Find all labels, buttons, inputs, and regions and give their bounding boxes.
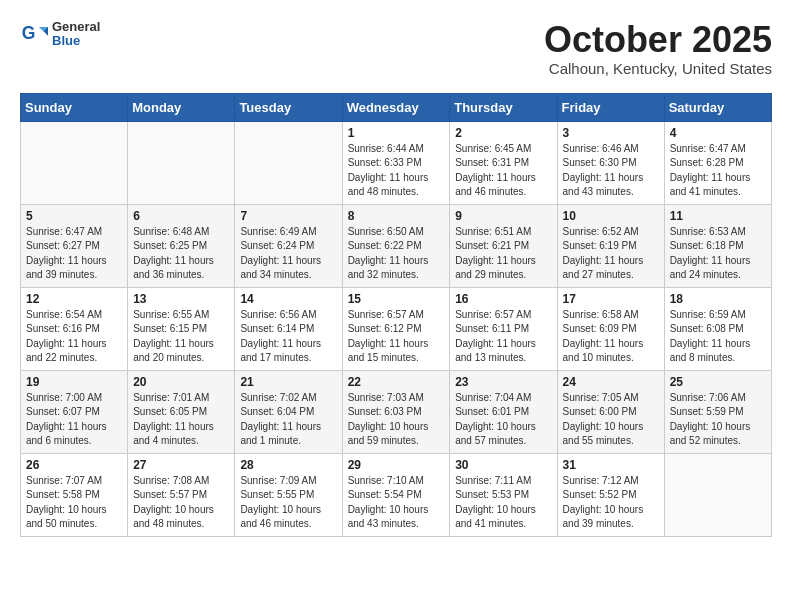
calendar-cell: 25Sunrise: 7:06 AM Sunset: 5:59 PM Dayli… [664,370,771,453]
logo-blue: Blue [52,34,100,48]
calendar-cell: 3Sunrise: 6:46 AM Sunset: 6:30 PM Daylig… [557,121,664,204]
day-info: Sunrise: 6:58 AM Sunset: 6:09 PM Dayligh… [563,308,659,366]
calendar-cell: 26Sunrise: 7:07 AM Sunset: 5:58 PM Dayli… [21,453,128,536]
day-info: Sunrise: 6:59 AM Sunset: 6:08 PM Dayligh… [670,308,766,366]
calendar-cell: 23Sunrise: 7:04 AM Sunset: 6:01 PM Dayli… [450,370,557,453]
calendar-cell: 24Sunrise: 7:05 AM Sunset: 6:00 PM Dayli… [557,370,664,453]
day-info: Sunrise: 6:56 AM Sunset: 6:14 PM Dayligh… [240,308,336,366]
calendar-cell: 6Sunrise: 6:48 AM Sunset: 6:25 PM Daylig… [128,204,235,287]
day-info: Sunrise: 6:44 AM Sunset: 6:33 PM Dayligh… [348,142,445,200]
day-number: 3 [563,126,659,140]
calendar-week-row: 5Sunrise: 6:47 AM Sunset: 6:27 PM Daylig… [21,204,772,287]
day-number: 9 [455,209,551,223]
day-number: 4 [670,126,766,140]
day-number: 20 [133,375,229,389]
day-info: Sunrise: 6:51 AM Sunset: 6:21 PM Dayligh… [455,225,551,283]
calendar-cell: 28Sunrise: 7:09 AM Sunset: 5:55 PM Dayli… [235,453,342,536]
day-number: 14 [240,292,336,306]
day-info: Sunrise: 6:55 AM Sunset: 6:15 PM Dayligh… [133,308,229,366]
day-number: 25 [670,375,766,389]
day-info: Sunrise: 7:03 AM Sunset: 6:03 PM Dayligh… [348,391,445,449]
calendar-cell [235,121,342,204]
day-number: 12 [26,292,122,306]
calendar-cell: 13Sunrise: 6:55 AM Sunset: 6:15 PM Dayli… [128,287,235,370]
day-number: 15 [348,292,445,306]
calendar-cell: 2Sunrise: 6:45 AM Sunset: 6:31 PM Daylig… [450,121,557,204]
day-number: 6 [133,209,229,223]
day-number: 16 [455,292,551,306]
day-number: 21 [240,375,336,389]
day-number: 17 [563,292,659,306]
month-title: October 2025 [544,20,772,60]
day-number: 22 [348,375,445,389]
day-info: Sunrise: 6:57 AM Sunset: 6:11 PM Dayligh… [455,308,551,366]
weekday-header-friday: Friday [557,93,664,121]
calendar-week-row: 26Sunrise: 7:07 AM Sunset: 5:58 PM Dayli… [21,453,772,536]
calendar-cell: 19Sunrise: 7:00 AM Sunset: 6:07 PM Dayli… [21,370,128,453]
calendar-week-row: 1Sunrise: 6:44 AM Sunset: 6:33 PM Daylig… [21,121,772,204]
day-info: Sunrise: 7:09 AM Sunset: 5:55 PM Dayligh… [240,474,336,532]
calendar-cell: 4Sunrise: 6:47 AM Sunset: 6:28 PM Daylig… [664,121,771,204]
logo: G General Blue [20,20,100,49]
calendar-cell: 20Sunrise: 7:01 AM Sunset: 6:05 PM Dayli… [128,370,235,453]
day-number: 26 [26,458,122,472]
weekday-header-wednesday: Wednesday [342,93,450,121]
day-info: Sunrise: 7:05 AM Sunset: 6:00 PM Dayligh… [563,391,659,449]
day-info: Sunrise: 7:06 AM Sunset: 5:59 PM Dayligh… [670,391,766,449]
day-info: Sunrise: 6:49 AM Sunset: 6:24 PM Dayligh… [240,225,336,283]
day-number: 8 [348,209,445,223]
calendar-cell: 14Sunrise: 6:56 AM Sunset: 6:14 PM Dayli… [235,287,342,370]
day-info: Sunrise: 6:45 AM Sunset: 6:31 PM Dayligh… [455,142,551,200]
day-info: Sunrise: 7:07 AM Sunset: 5:58 PM Dayligh… [26,474,122,532]
day-number: 11 [670,209,766,223]
weekday-header-row: SundayMondayTuesdayWednesdayThursdayFrid… [21,93,772,121]
weekday-header-sunday: Sunday [21,93,128,121]
calendar-cell: 15Sunrise: 6:57 AM Sunset: 6:12 PM Dayli… [342,287,450,370]
calendar-week-row: 12Sunrise: 6:54 AM Sunset: 6:16 PM Dayli… [21,287,772,370]
day-info: Sunrise: 7:08 AM Sunset: 5:57 PM Dayligh… [133,474,229,532]
calendar-cell: 9Sunrise: 6:51 AM Sunset: 6:21 PM Daylig… [450,204,557,287]
day-info: Sunrise: 6:46 AM Sunset: 6:30 PM Dayligh… [563,142,659,200]
day-number: 18 [670,292,766,306]
day-info: Sunrise: 7:04 AM Sunset: 6:01 PM Dayligh… [455,391,551,449]
day-number: 7 [240,209,336,223]
day-number: 29 [348,458,445,472]
calendar-cell: 21Sunrise: 7:02 AM Sunset: 6:04 PM Dayli… [235,370,342,453]
page-header: G General Blue October 2025 Calhoun, Ken… [20,20,772,77]
weekday-header-thursday: Thursday [450,93,557,121]
logo-icon: G [20,20,48,48]
day-number: 31 [563,458,659,472]
calendar-cell: 30Sunrise: 7:11 AM Sunset: 5:53 PM Dayli… [450,453,557,536]
calendar-cell: 5Sunrise: 6:47 AM Sunset: 6:27 PM Daylig… [21,204,128,287]
svg-text:G: G [22,24,36,44]
day-info: Sunrise: 6:57 AM Sunset: 6:12 PM Dayligh… [348,308,445,366]
calendar-cell: 27Sunrise: 7:08 AM Sunset: 5:57 PM Dayli… [128,453,235,536]
day-info: Sunrise: 7:00 AM Sunset: 6:07 PM Dayligh… [26,391,122,449]
day-info: Sunrise: 6:50 AM Sunset: 6:22 PM Dayligh… [348,225,445,283]
day-number: 24 [563,375,659,389]
calendar-week-row: 19Sunrise: 7:00 AM Sunset: 6:07 PM Dayli… [21,370,772,453]
day-number: 10 [563,209,659,223]
day-number: 27 [133,458,229,472]
day-info: Sunrise: 6:52 AM Sunset: 6:19 PM Dayligh… [563,225,659,283]
calendar-cell: 11Sunrise: 6:53 AM Sunset: 6:18 PM Dayli… [664,204,771,287]
calendar-cell: 22Sunrise: 7:03 AM Sunset: 6:03 PM Dayli… [342,370,450,453]
calendar-cell: 8Sunrise: 6:50 AM Sunset: 6:22 PM Daylig… [342,204,450,287]
day-info: Sunrise: 7:12 AM Sunset: 5:52 PM Dayligh… [563,474,659,532]
calendar-cell: 10Sunrise: 6:52 AM Sunset: 6:19 PM Dayli… [557,204,664,287]
day-info: Sunrise: 7:01 AM Sunset: 6:05 PM Dayligh… [133,391,229,449]
calendar-cell: 7Sunrise: 6:49 AM Sunset: 6:24 PM Daylig… [235,204,342,287]
day-info: Sunrise: 6:47 AM Sunset: 6:27 PM Dayligh… [26,225,122,283]
day-number: 23 [455,375,551,389]
calendar-cell: 16Sunrise: 6:57 AM Sunset: 6:11 PM Dayli… [450,287,557,370]
day-info: Sunrise: 6:54 AM Sunset: 6:16 PM Dayligh… [26,308,122,366]
day-number: 2 [455,126,551,140]
day-number: 1 [348,126,445,140]
day-number: 5 [26,209,122,223]
day-number: 19 [26,375,122,389]
day-number: 13 [133,292,229,306]
calendar-cell [21,121,128,204]
calendar-cell: 29Sunrise: 7:10 AM Sunset: 5:54 PM Dayli… [342,453,450,536]
day-info: Sunrise: 7:11 AM Sunset: 5:53 PM Dayligh… [455,474,551,532]
weekday-header-saturday: Saturday [664,93,771,121]
